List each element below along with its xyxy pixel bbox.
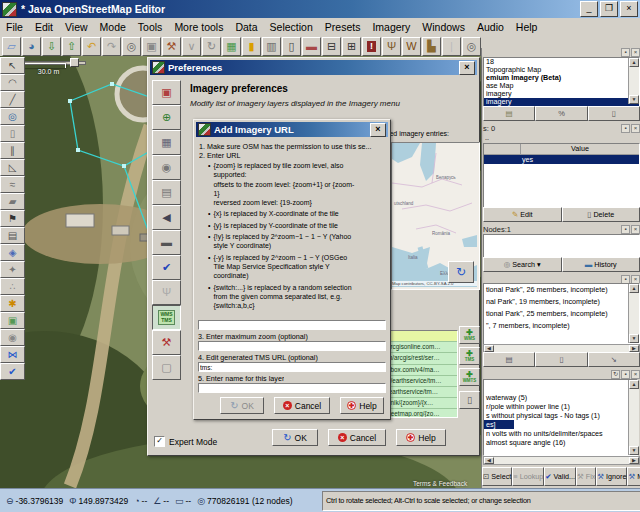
validator-row[interactable]: waterway (5) xyxy=(484,393,637,402)
gps-button[interactable]: ◉ xyxy=(0,329,25,346)
menu-selection[interactable]: Selection xyxy=(264,19,319,35)
imagery-url-row[interactable]: / xyxy=(385,331,457,342)
search-button[interactable]: ◎Search▾ xyxy=(483,257,562,272)
wizard-button[interactable]: ✱ xyxy=(0,295,25,312)
add-imagery-help-button[interactable]: ✚Help xyxy=(340,397,384,414)
scroll-left-icon[interactable]: ◀ xyxy=(484,345,494,352)
sync-button[interactable]: ↻ xyxy=(202,37,221,56)
layers-scrollbar[interactable]: ▲ ▼ xyxy=(628,58,639,104)
edit-tag-button[interactable]: ✎Edit xyxy=(483,207,562,222)
validator-row[interactable]: r/pole within power line (1) xyxy=(484,402,637,411)
road-preset-button[interactable]: ▥ xyxy=(262,37,281,56)
imagery-photo-button[interactable]: ▣ xyxy=(0,312,25,329)
imagery-url-row[interactable]: arcgisonline.com… xyxy=(385,342,457,353)
advanced-preferences-tab[interactable]: ⚒ xyxy=(152,330,181,355)
create-area-button[interactable]: ▰ xyxy=(0,193,25,210)
separator-bar[interactable]: | xyxy=(442,37,461,56)
ignore-button[interactable]: ⚒Ignore xyxy=(596,467,627,486)
history-button[interactable]: ▬History xyxy=(562,257,640,272)
pin-icon[interactable]: ▪ xyxy=(621,48,630,57)
preferences-cancel-button[interactable]: ×Cancel xyxy=(328,429,386,446)
relation-row[interactable]: tional Park", 26 members, incomplete) xyxy=(484,284,639,296)
properties-table[interactable]: Value yes xyxy=(483,143,640,208)
add-imagery-ok-button[interactable]: ↻OK xyxy=(220,397,264,414)
menu-audio[interactable]: Audio xyxy=(471,19,510,35)
zoom-mode-button[interactable]: ◎ xyxy=(0,108,25,125)
refresh-preview-button[interactable]: ↻ xyxy=(448,261,474,283)
unglue-tool-button[interactable]: ⚒ xyxy=(162,37,181,56)
pin-icon[interactable]: ▪ xyxy=(621,225,630,234)
remote-control-preferences-tab[interactable]: Ψ xyxy=(152,280,181,305)
scroll-down-icon[interactable]: ▼ xyxy=(629,446,639,455)
menu-data[interactable]: Data xyxy=(229,19,263,35)
parallel-mode-button[interactable]: ∥ xyxy=(0,142,25,159)
zoom-to-layer-button[interactable]: ▦ xyxy=(222,37,241,56)
menu-view[interactable]: View xyxy=(59,19,94,35)
imagery-url-row[interactable]: onik/{zoom}/{x… xyxy=(385,398,457,409)
validate-button[interactable]: ✔Valid... xyxy=(544,467,576,486)
display-preferences-tab[interactable]: ▣ xyxy=(152,80,181,105)
layer-visibility-button[interactable]: ▤ xyxy=(483,106,535,121)
scroll-left-icon[interactable]: ◀ xyxy=(484,457,494,464)
menu-edit[interactable]: Edit xyxy=(29,19,59,35)
preferences-ok-button[interactable]: ↻OK xyxy=(272,429,318,446)
tags-toggle-button[interactable]: ◈ xyxy=(0,244,25,261)
imagery-url-row[interactable]: /earthservice/tm… xyxy=(385,387,457,398)
imagery-url-row[interactable]: pbox.com/v4/ma… xyxy=(385,365,457,376)
layers-list[interactable]: 18Topographic Mapemium Imagery (Beta)ase… xyxy=(483,57,640,107)
delete-tag-button[interactable]: ▯Delete xyxy=(562,207,640,222)
query-preferences-tab[interactable]: ▢ xyxy=(152,355,181,380)
menu-imagery[interactable]: Imagery xyxy=(366,19,416,35)
scroll-down-icon[interactable]: ▼ xyxy=(629,334,639,343)
select-relation-button[interactable]: ↘ xyxy=(588,352,640,367)
draw-mode-button[interactable]: ╱ xyxy=(0,91,25,108)
imagery-url-list[interactable]: /arcgisonline.com…m/arcgis/rest/ser…pbox… xyxy=(384,330,458,418)
validator-list[interactable]: waterway (5)r/pole within power line (1)… xyxy=(483,379,638,456)
restore-button[interactable]: ❐ xyxy=(600,1,618,17)
validator-scrollbar[interactable]: ▲ ▼ xyxy=(628,380,639,455)
close-panel-icon[interactable]: × xyxy=(631,48,640,57)
scroll-up-icon[interactable]: ▲ xyxy=(629,58,639,67)
close-panel-icon[interactable]: × xyxy=(631,370,640,379)
relation-row[interactable]: nal Park", 19 members, incomplete) xyxy=(484,296,639,308)
add-wmts-button[interactable]: ✚WMTS xyxy=(459,368,480,386)
add-wms-button[interactable]: ✚WMS xyxy=(459,326,480,344)
relations-list[interactable]: tional Park", 26 members, incomplete)nal… xyxy=(483,283,640,346)
scroll-down-icon[interactable]: ▼ xyxy=(629,95,639,104)
follow-line-button[interactable]: ≈ xyxy=(0,176,25,193)
validator-hscrollbar[interactable]: ◀ ▶ xyxy=(483,456,640,465)
validator-row[interactable]: almost square angle (16) xyxy=(484,438,637,447)
layer-opacity-button[interactable]: % xyxy=(535,106,587,121)
close-button[interactable]: × xyxy=(620,1,638,17)
improve-accuracy-button[interactable]: ◺ xyxy=(0,159,25,176)
close-dialog-button[interactable]: × xyxy=(370,123,386,137)
fix-button[interactable]: ⚒Fix xyxy=(576,467,596,486)
upload-data-button[interactable]: ⇧ xyxy=(62,37,81,56)
menu-presets[interactable]: Presets xyxy=(319,19,367,35)
tms-url-input[interactable] xyxy=(198,362,386,372)
copy-relation-button[interactable]: ▤ xyxy=(483,352,535,367)
menu-more-tools[interactable]: More tools xyxy=(168,19,229,35)
refresh-icon[interactable]: ↻ xyxy=(611,370,620,379)
validator-row[interactable]: s without physical tags - No tags (1) xyxy=(484,411,637,420)
remove-url-button[interactable]: ▯ xyxy=(459,391,480,409)
menu-mode[interactable]: Mode xyxy=(94,19,132,35)
connection-preferences-tab[interactable]: ⊕ xyxy=(152,105,181,130)
mappaint-toggle-button[interactable]: ✦ xyxy=(0,261,25,278)
scroll-right-icon[interactable]: ▶ xyxy=(629,345,639,352)
select-button[interactable]: ⊡Select xyxy=(482,467,512,486)
wikipedia-button[interactable]: W xyxy=(402,37,421,56)
shortcuts-preferences-tab[interactable]: ▬ xyxy=(152,230,181,255)
plugins-preferences-tab[interactable]: ◉ xyxy=(152,155,181,180)
preferences-button[interactable]: ◎ xyxy=(122,37,141,56)
split-way-button[interactable]: ∨ xyxy=(182,37,201,56)
url-input[interactable] xyxy=(198,320,386,330)
select-mode-button[interactable]: ↖ xyxy=(0,57,25,74)
scroll-up-icon[interactable]: ▲ xyxy=(629,380,639,389)
validator-check-button[interactable]: ✔ xyxy=(0,363,25,380)
layers-toggle-button[interactable]: ▤ xyxy=(0,227,25,244)
value-column-header[interactable]: Value xyxy=(521,144,639,154)
restaurant-preset-button[interactable]: Ψ xyxy=(382,37,401,56)
close-panel-icon[interactable]: × xyxy=(631,124,640,133)
validator-row[interactable]: n volts with no units/delimiter/spaces xyxy=(484,429,637,438)
